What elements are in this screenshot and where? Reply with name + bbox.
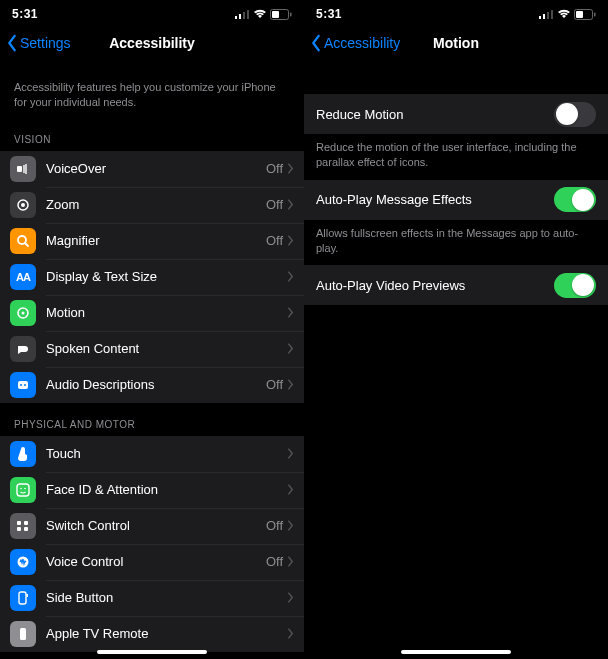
svg-rect-33 xyxy=(576,11,583,18)
wifi-icon xyxy=(253,9,267,19)
row-spoken-content[interactable]: Spoken Content xyxy=(0,331,304,367)
zoom-icon xyxy=(10,192,36,218)
row-motion[interactable]: Motion xyxy=(0,295,304,331)
chevron-right-icon xyxy=(287,556,294,567)
row-label: Display & Text Size xyxy=(46,269,287,284)
row-label: Voice Control xyxy=(46,554,266,569)
home-indicator[interactable] xyxy=(97,650,207,654)
svg-rect-6 xyxy=(290,12,292,16)
list-motor: Touch Face ID & Attention Switch Control… xyxy=(0,436,304,652)
row-autoplay-msgfx[interactable]: Auto-Play Message Effects xyxy=(304,180,608,220)
svg-rect-7 xyxy=(17,166,22,172)
row-faceid[interactable]: Face ID & Attention xyxy=(0,472,304,508)
chevron-left-icon xyxy=(310,34,322,52)
magnifier-icon xyxy=(10,228,36,254)
page-title: Motion xyxy=(433,35,479,51)
toggle-autoplay-msgfx[interactable] xyxy=(554,187,596,212)
row-side-button[interactable]: Side Button xyxy=(0,580,304,616)
svg-rect-29 xyxy=(543,14,545,19)
chevron-right-icon xyxy=(287,235,294,246)
row-label: Apple TV Remote xyxy=(46,626,287,641)
row-autoplay-video[interactable]: Auto-Play Video Previews xyxy=(304,265,608,305)
row-value: Off xyxy=(266,197,283,212)
back-button[interactable]: Settings xyxy=(6,34,71,52)
svg-rect-27 xyxy=(20,628,26,640)
row-voiceover[interactable]: VoiceOver Off xyxy=(0,151,304,187)
row-value: Off xyxy=(266,518,283,533)
chevron-left-icon xyxy=(6,34,18,52)
page-title: Accessibility xyxy=(109,35,195,51)
apple-tv-remote-icon xyxy=(10,621,36,647)
row-audio-descriptions[interactable]: Audio Descriptions Off xyxy=(0,367,304,403)
svg-point-16 xyxy=(24,384,26,386)
svg-rect-0 xyxy=(235,16,237,19)
row-value: Off xyxy=(266,233,283,248)
spoken-content-icon xyxy=(10,336,36,362)
cellular-icon xyxy=(235,9,250,19)
svg-rect-31 xyxy=(551,10,553,19)
row-reduce-motion[interactable]: Reduce Motion xyxy=(304,94,608,134)
svg-rect-20 xyxy=(17,521,21,525)
row-label: Motion xyxy=(46,305,287,320)
wifi-icon xyxy=(557,9,571,19)
row-display-text[interactable]: AA Display & Text Size xyxy=(0,259,304,295)
row-value: Off xyxy=(266,377,283,392)
svg-line-11 xyxy=(25,243,28,246)
row-label: Face ID & Attention xyxy=(46,482,287,497)
svg-point-13 xyxy=(22,311,25,314)
status-bar: 5:31 xyxy=(0,4,304,24)
row-zoom[interactable]: Zoom Off xyxy=(0,187,304,223)
row-label: Spoken Content xyxy=(46,341,287,356)
home-indicator[interactable] xyxy=(401,650,511,654)
row-apple-tv-remote[interactable]: Apple TV Remote xyxy=(0,616,304,652)
audio-desc-icon xyxy=(10,372,36,398)
status-time: 5:31 xyxy=(316,7,342,21)
row-switch-control[interactable]: Switch Control Off xyxy=(0,508,304,544)
svg-rect-1 xyxy=(239,14,241,19)
voiceover-icon xyxy=(10,156,36,182)
chevron-right-icon xyxy=(287,592,294,603)
row-label: Switch Control xyxy=(46,518,266,533)
chevron-right-icon xyxy=(287,628,294,639)
back-button[interactable]: Accessibility xyxy=(310,34,400,52)
text-size-icon: AA xyxy=(10,264,36,290)
row-magnifier[interactable]: Magnifier Off xyxy=(0,223,304,259)
chevron-right-icon xyxy=(287,379,294,390)
footer-reduce-motion: Reduce the motion of the user interface,… xyxy=(304,134,608,180)
content-scroll[interactable]: Reduce Motion Reduce the motion of the u… xyxy=(304,62,608,659)
svg-rect-28 xyxy=(539,16,541,19)
battery-icon xyxy=(270,9,292,20)
row-label: Audio Descriptions xyxy=(46,377,266,392)
content-scroll[interactable]: Accessibility features help you customiz… xyxy=(0,62,304,659)
phone-accessibility: 5:31 Settings Accessibility Accessibilit… xyxy=(0,0,304,659)
section-header-vision: VISION xyxy=(0,118,304,151)
row-label: Touch xyxy=(46,446,287,461)
row-label: VoiceOver xyxy=(46,161,266,176)
touch-icon xyxy=(10,441,36,467)
row-label: Zoom xyxy=(46,197,266,212)
svg-rect-2 xyxy=(243,12,245,19)
section-header-motor: PHYSICAL AND MOTOR xyxy=(0,403,304,436)
svg-rect-25 xyxy=(19,592,26,604)
svg-point-9 xyxy=(21,203,25,207)
voice-control-icon xyxy=(10,549,36,575)
svg-rect-21 xyxy=(24,521,28,525)
battery-icon xyxy=(574,9,596,20)
status-indicators xyxy=(235,9,292,20)
chevron-right-icon xyxy=(287,307,294,318)
svg-point-18 xyxy=(20,487,22,489)
svg-rect-34 xyxy=(594,12,596,16)
chevron-right-icon xyxy=(287,484,294,495)
toggle-reduce-motion[interactable] xyxy=(554,102,596,127)
row-touch[interactable]: Touch xyxy=(0,436,304,472)
nav-bar: Settings Accessibility xyxy=(0,24,304,62)
chevron-right-icon xyxy=(287,520,294,531)
row-label: Reduce Motion xyxy=(316,107,554,122)
svg-rect-17 xyxy=(17,484,29,496)
row-voice-control[interactable]: Voice Control Off xyxy=(0,544,304,580)
toggle-autoplay-video[interactable] xyxy=(554,273,596,298)
row-label: Auto-Play Message Effects xyxy=(316,192,554,207)
svg-rect-26 xyxy=(27,594,29,597)
back-label: Accessibility xyxy=(324,35,400,51)
status-bar: 5:31 xyxy=(304,4,608,24)
